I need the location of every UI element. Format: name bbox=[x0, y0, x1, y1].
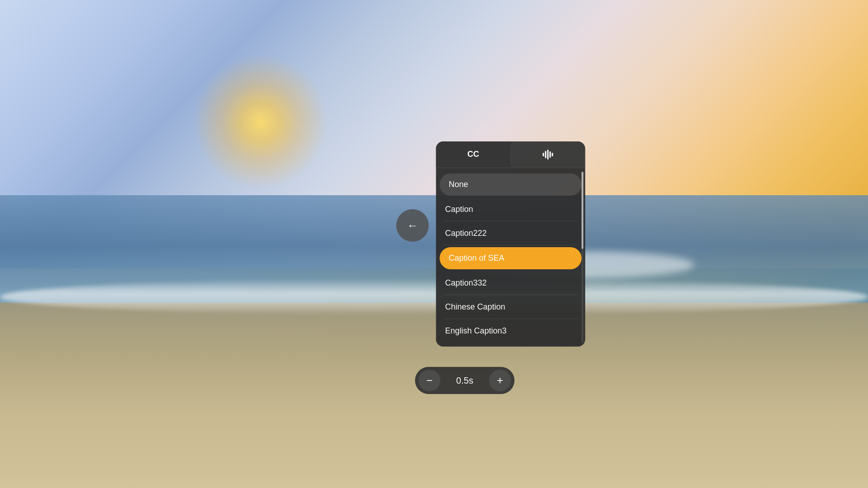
caption-list-wrapper: None Caption Caption222 Caption of SEA C… bbox=[436, 168, 585, 347]
time-control: − 0.5s + bbox=[415, 367, 514, 394]
caption-item-caption[interactable]: Caption bbox=[436, 197, 585, 221]
caption-list: None Caption Caption222 Caption of SEA C… bbox=[436, 168, 585, 347]
increase-button[interactable]: + bbox=[489, 370, 511, 391]
bar1 bbox=[543, 153, 544, 156]
caption-item-english-caption3[interactable]: English Caption3 bbox=[436, 319, 585, 343]
caption-item-caption222-label: Caption222 bbox=[445, 229, 486, 238]
increase-icon: + bbox=[497, 374, 503, 387]
caption-item-chinese-caption-label: Chinese Caption bbox=[445, 302, 505, 312]
sound-waves-icon bbox=[511, 150, 585, 160]
tab-header: CC bbox=[436, 141, 585, 168]
bar4 bbox=[550, 151, 551, 158]
caption-item-caption332-label: Caption332 bbox=[445, 278, 486, 288]
caption-item-none[interactable]: None bbox=[439, 174, 581, 196]
time-value: 0.5s bbox=[442, 375, 487, 386]
scroll-thumb[interactable] bbox=[581, 172, 583, 249]
main-panel: CC None Caption bbox=[436, 141, 585, 347]
tab-cc[interactable]: CC bbox=[436, 141, 510, 168]
caption-item-caption-label: Caption bbox=[445, 205, 473, 214]
caption-item-chinese-caption[interactable]: Chinese Caption bbox=[436, 295, 585, 319]
caption-item-caption-of-sea[interactable]: Caption of SEA bbox=[439, 247, 581, 269]
tab-cc-label: CC bbox=[467, 150, 479, 159]
decrease-button[interactable]: − bbox=[419, 370, 440, 391]
bar2 bbox=[545, 151, 547, 158]
back-button[interactable]: ← bbox=[396, 209, 429, 242]
caption-item-caption-of-sea-label: Caption of SEA bbox=[448, 253, 504, 263]
tab-audio[interactable] bbox=[511, 141, 585, 168]
sun-glow bbox=[193, 54, 328, 190]
bar3 bbox=[547, 150, 549, 160]
ui-container: ← CC None bbox=[396, 141, 585, 347]
back-arrow-icon: ← bbox=[407, 220, 418, 231]
bar5 bbox=[552, 153, 553, 156]
caption-item-english-caption3-label: English Caption3 bbox=[445, 326, 506, 336]
scroll-track bbox=[581, 172, 583, 343]
caption-item-caption222[interactable]: Caption222 bbox=[436, 221, 585, 245]
decrease-icon: − bbox=[426, 374, 433, 387]
caption-item-caption332[interactable]: Caption332 bbox=[436, 271, 585, 295]
caption-item-none-label: None bbox=[448, 180, 468, 189]
